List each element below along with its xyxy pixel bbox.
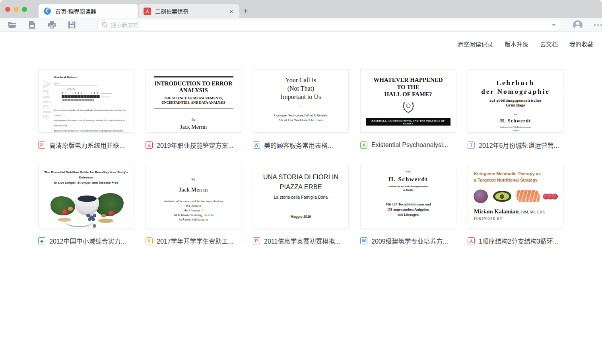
document-card[interactable]: INTRODUCTION TO ERRORANALYSIS THE SCIENC…: [146, 69, 241, 149]
figure-ticks: [62, 92, 99, 94]
document-thumbnail[interactable]: UNA STORIA DI FIORI IN PIAZZA ERBE La st…: [253, 165, 349, 228]
tab-home[interactable]: 首页-稻壳阅读器: [39, 4, 138, 18]
document-card[interactable]: Article Graphical Abstract Figure 1 ////…: [38, 69, 134, 149]
document-cloud-icon: [29, 21, 35, 29]
document-thumbnail[interactable]: Article Graphical Abstract Figure 1 ////…: [38, 69, 134, 133]
word-file-icon: W: [253, 141, 260, 149]
tab-document[interactable]: 人 二刻拍案惊奇 ×: [139, 4, 239, 18]
gel-blot-strip: [62, 95, 100, 98]
document-title-row[interactable]: P 2011信息学奥赛初赛模拟...: [253, 236, 349, 245]
document-title-row[interactable]: 人 2019年职业技能鉴定方案...: [146, 141, 241, 149]
document-title: 2011信息学奥赛初赛模拟...: [264, 236, 340, 246]
txt-file-icon: T: [468, 141, 475, 149]
pdf-file-icon: 人: [146, 141, 153, 149]
document-card[interactable]: The Essential Nutrition Guide for Boosti…: [38, 165, 134, 245]
document-title: 2019年职业技能鉴定方案...: [157, 140, 233, 150]
save-floppy-icon: [68, 21, 76, 29]
watermark-text: Article: [40, 80, 54, 120]
document-title: Existential Psychoanalysi...: [371, 141, 448, 149]
document-title-row[interactable]: X Existential Psychoanalysi...: [360, 141, 456, 149]
ellipsis-icon: [594, 24, 596, 26]
document-thumbnail[interactable]: Lehrbuch der Nomographie auf abbildungsg…: [468, 69, 563, 133]
ornament: -~-: [253, 105, 348, 108]
word-file-icon: W: [360, 237, 367, 244]
tab-bar: 首页-稻壳阅读器 人 二刻拍案惊奇 × +: [0, 0, 602, 18]
gel-blot-strip2: [62, 99, 94, 101]
document-thumbnail[interactable]: Ketogenic Metabolic Therapy asa Targeted…: [468, 165, 563, 228]
figure-hatch-marks: //////: [67, 87, 76, 91]
document-card[interactable]: Lehrbuch der Nomographie auf abbildungsg…: [468, 69, 563, 149]
document-thumbnail[interactable]: By Jack Merrin Institute of Science and …: [146, 165, 241, 228]
close-window-button[interactable]: [5, 7, 10, 12]
berries-in-mortar: [78, 196, 97, 202]
document-title-row[interactable]: T 2012年6月份城轨道运营管...: [468, 141, 563, 149]
open-folder-icon: [8, 21, 16, 29]
new-document-button[interactable]: [28, 21, 36, 29]
raspberries: [545, 194, 558, 199]
version-upgrade-link[interactable]: 版本升级: [505, 40, 528, 48]
document-title: 美的顾客服务常用表格...: [264, 140, 333, 150]
toolbar: [0, 18, 602, 32]
red-cabbage: [474, 190, 488, 203]
document-title-row[interactable]: 人 1顺序结构2分支结构3循环...: [468, 236, 563, 245]
document-card[interactable]: By Jack Merrin Institute of Science and …: [146, 165, 241, 245]
tab-home-label: 首页-稻壳阅读器: [55, 7, 96, 15]
document-thumbnail[interactable]: INTRODUCTION TO ERRORANALYSIS THE SCIENC…: [146, 69, 241, 133]
cloud-documents-link[interactable]: 云文档: [540, 40, 558, 48]
printer-icon: [48, 21, 56, 29]
pdf-file-icon: 人: [468, 237, 475, 244]
close-tab-icon[interactable]: ×: [228, 8, 235, 15]
document-title-row[interactable]: X 2017学年开学学生资助工...: [146, 236, 241, 245]
pdf-file-icon: 人: [144, 8, 151, 15]
traffic-lights: [5, 7, 27, 12]
search-input[interactable]: [111, 22, 552, 28]
more-menu-button[interactable]: [594, 24, 602, 26]
document-grid: Article Graphical Abstract Figure 1 ////…: [38, 69, 563, 245]
ppt-file-icon: P: [38, 141, 45, 149]
foods-illustration: [474, 188, 563, 205]
document-title-row[interactable]: P 高清原版电力系统用并联...: [38, 141, 134, 149]
avocado: [493, 191, 511, 202]
reader-logo-icon: [43, 7, 51, 15]
excel-file-icon: X: [146, 237, 153, 244]
document-title: 2017学年开学学生资助工...: [157, 236, 233, 246]
search-icon: [102, 22, 108, 28]
document-thumbnail[interactable]: von H. Schwerdt Studienrat am Falk-Realg…: [360, 165, 456, 228]
document-card[interactable]: WHATEVER HAPPENED TO THE HALL OF FAME? B…: [360, 69, 456, 149]
epub-file-icon: ◈: [38, 237, 45, 244]
home-content: 清空阅读记录 版本升级 云文档 我的收藏 Article Graphical A…: [0, 32, 602, 364]
tab-document-label: 二刻拍案惊奇: [155, 7, 188, 15]
document-card[interactable]: von H. Schwerdt Studienrat am Falk-Realg…: [360, 165, 456, 245]
laurel-wreath-icon: [400, 102, 417, 114]
search-dropdown-caret-icon[interactable]: [552, 24, 556, 26]
minimize-window-button[interactable]: [14, 7, 19, 12]
document-card[interactable]: Ketogenic Metabolic Therapy asa Targeted…: [468, 165, 563, 245]
document-title-row[interactable]: W 2009级建筑学专业培养方...: [360, 236, 456, 245]
app-window: 首页-稻壳阅读器 人 二刻拍案惊奇 × +: [0, 0, 602, 364]
document-title-row[interactable]: ◈ 2012中国中小城综合实力...: [38, 236, 134, 245]
search-bar[interactable]: [97, 20, 560, 30]
zoom-window-button[interactable]: [22, 7, 27, 12]
document-title: 高清原版电力系统用并联...: [49, 140, 124, 150]
document-title: 2012年6月份城轨道运营管...: [479, 140, 559, 150]
document-title: 1顺序结构2分支结构3循环...: [479, 236, 558, 246]
new-tab-button[interactable]: +: [243, 7, 248, 15]
document-thumbnail[interactable]: The Essential Nutrition Guide for Boosti…: [38, 165, 134, 228]
clear-reading-history-link[interactable]: 清空阅读记录: [457, 40, 493, 48]
document-thumbnail[interactable]: Your Call Is (Not That) Important to Us …: [253, 69, 349, 133]
quick-links: 清空阅读记录 版本升级 云文档 我的收藏: [457, 40, 593, 48]
document-thumbnail[interactable]: WHATEVER HAPPENED TO THE HALL OF FAME? B…: [360, 69, 456, 133]
user-avatar-button[interactable]: [573, 20, 583, 30]
save-button[interactable]: [68, 21, 76, 29]
document-card[interactable]: Your Call Is (Not That) Important to Us …: [253, 69, 349, 149]
ppt-file-icon: P: [253, 237, 260, 244]
salmon: [517, 190, 540, 202]
my-favorites-link[interactable]: 我的收藏: [569, 40, 593, 48]
document-title-row[interactable]: W 美的顾客服务常用表格...: [253, 141, 349, 149]
print-button[interactable]: [48, 21, 56, 29]
banner-text: BASEBALL, COOPERSTOWN, AND THE POLITICS …: [366, 118, 451, 126]
document-card[interactable]: UNA STORIA DI FIORI IN PIAZZA ERBE La st…: [253, 165, 349, 245]
document-title: 2012中国中小城综合实力...: [49, 236, 126, 246]
open-file-button[interactable]: [8, 21, 16, 29]
vegetables-illustration: [39, 186, 134, 228]
